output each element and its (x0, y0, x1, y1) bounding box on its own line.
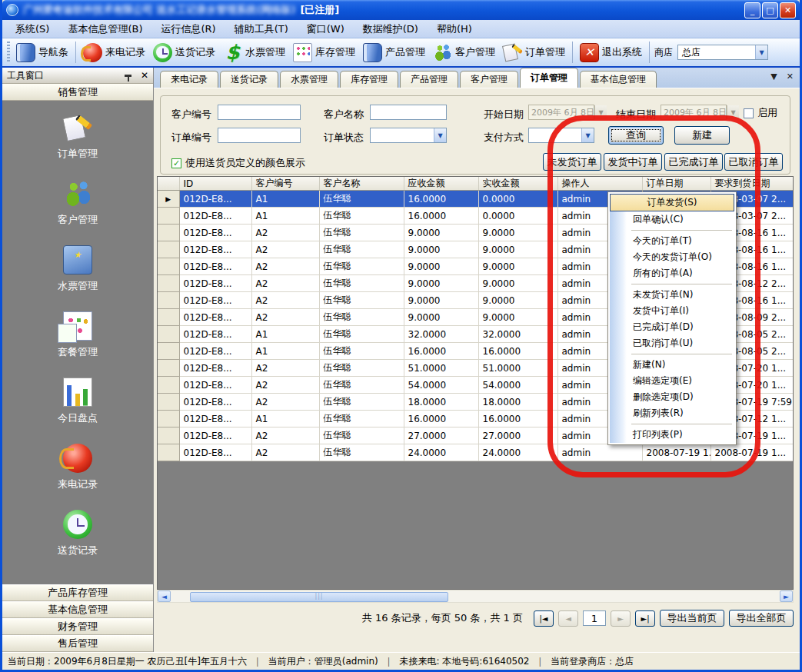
toolbar-call-records[interactable]: 来电记录 (79, 42, 149, 64)
end-date-picker[interactable]: 2009年 6月 8日 ▼ (661, 105, 727, 120)
table-row[interactable]: 012D-E8...A2伍华聪24.000024.0000admin2008-0… (158, 444, 793, 461)
ctx-refresh-list[interactable]: 刷新列表(R) (610, 405, 734, 421)
column-header-1[interactable]: 客户编号 (251, 177, 319, 191)
sidebar-section-finance[interactable]: 财务管理 (2, 618, 153, 635)
ctx-delete-selected[interactable]: 删除选定项(D) (610, 389, 734, 405)
row-selector-cell[interactable] (158, 326, 179, 343)
sidebar-section-product-inventory[interactable]: 产品库存管理 (2, 584, 153, 601)
sidebar-item-delivery-records[interactable]: 送货记录 (58, 510, 98, 557)
pin-icon[interactable] (125, 75, 131, 77)
ctx-ship-order[interactable]: 订单发货(S) (610, 194, 734, 211)
ctx-edit-selected[interactable]: 编辑选定项(E) (610, 373, 734, 389)
row-selector-cell[interactable] (158, 444, 179, 461)
first-page-button[interactable]: |◄ (534, 610, 554, 627)
shop-combobox[interactable]: 总店 ▼ (677, 45, 768, 60)
row-selector-cell[interactable] (158, 208, 179, 225)
tab-call-records[interactable]: 来电记录 (160, 71, 218, 88)
last-page-button[interactable]: ►| (635, 610, 655, 627)
menu-help[interactable]: 帮助(H) (428, 20, 481, 38)
row-selector-cell[interactable] (158, 394, 179, 411)
tab-delivery-records[interactable]: 送货记录 (220, 71, 278, 88)
chevron-down-icon[interactable]: ▼ (581, 128, 594, 142)
menu-system[interactable]: 系统(S) (7, 20, 58, 38)
row-selector-cell[interactable] (158, 377, 179, 394)
sidebar-item-order[interactable]: 订单管理 (58, 113, 98, 161)
tab-close-icon[interactable]: ✕ (787, 72, 794, 81)
page-number-input[interactable]: 1 (583, 610, 606, 626)
tab-product[interactable]: 产品管理 (400, 71, 458, 88)
maximize-button[interactable]: □ (762, 2, 778, 18)
sidebar-section-basic-info[interactable]: 基本信息管理 (2, 601, 153, 618)
scroll-left-icon[interactable]: ◄ (158, 590, 171, 602)
sidebar-item-water-ticket[interactable]: 水票管理 (58, 245, 98, 293)
tab-basic-info[interactable]: 基本信息管理 (580, 71, 657, 88)
pay-method-select[interactable]: ▼ (528, 128, 594, 143)
sidebar-item-customer[interactable]: 客户管理 (58, 179, 98, 227)
column-header-2[interactable]: 客户名称 (319, 177, 404, 191)
row-selector-cell[interactable]: ▶ (158, 191, 179, 208)
row-selector-cell[interactable] (158, 343, 179, 360)
ctx-unshipped-orders[interactable]: 未发货订单(N) (610, 287, 734, 303)
toolbar-navbar[interactable]: 导航条 (12, 42, 72, 64)
column-header-7[interactable]: 要求到货日期 (710, 177, 793, 191)
row-selector-cell[interactable] (158, 225, 179, 241)
row-selector-cell[interactable] (158, 411, 179, 427)
row-selector-cell[interactable] (158, 241, 179, 258)
column-header-4[interactable]: 实收金额 (478, 177, 557, 191)
tab-customer[interactable]: 客户管理 (460, 71, 518, 88)
toolbar-grip[interactable] (7, 42, 10, 63)
cancelled-orders-button[interactable]: 已取消订单 (724, 153, 783, 171)
customer-name-input[interactable] (370, 105, 447, 120)
ctx-shipping-orders[interactable]: 发货中订单(I) (610, 303, 734, 319)
color-checkbox[interactable]: ✓ (171, 158, 181, 168)
prev-page-button[interactable]: ◄ (558, 610, 578, 627)
toolbar-order[interactable]: 订单管理 (499, 42, 569, 64)
export-current-page-button[interactable]: 导出当前页 (660, 610, 724, 627)
unshipped-orders-button[interactable]: 未发货订单 (543, 153, 601, 171)
new-button[interactable]: 新建 (674, 126, 730, 145)
row-selector-cell[interactable] (158, 427, 179, 444)
row-selector-cell[interactable] (158, 275, 179, 292)
ctx-all-orders[interactable]: 所有的订单(A) (610, 265, 734, 281)
tab-dropdown-icon[interactable]: ▼ (770, 72, 777, 81)
scroll-right-icon[interactable]: ► (780, 590, 793, 602)
minimize-button[interactable]: _ (744, 2, 760, 18)
toolbar-inventory[interactable]: 库存管理 (289, 42, 359, 64)
menu-aux-tools[interactable]: 辅助工具(T) (226, 20, 297, 38)
sidebar-section-sales[interactable]: 销售管理 (2, 84, 153, 101)
sidebar-item-call-records[interactable]: 来电记录 (58, 444, 98, 491)
ctx-cancelled-orders[interactable]: 已取消订单(U) (610, 335, 734, 351)
shipping-orders-button[interactable]: 发货中订单 (604, 153, 662, 171)
menu-data-maintain[interactable]: 数据维护(D) (354, 20, 427, 38)
sidebar-item-today-check[interactable]: 今日盘点 (58, 378, 98, 425)
horizontal-scrollbar[interactable]: ◄ ► (157, 590, 794, 603)
menu-window[interactable]: 窗口(W) (298, 20, 353, 38)
ctx-today-orders[interactable]: 今天的订单(T) (610, 233, 734, 249)
ctx-print-list[interactable]: 打印列表(P) (610, 427, 734, 443)
toolbar-customer[interactable]: 客户管理 (429, 42, 499, 64)
close-button[interactable]: ✕ (780, 2, 796, 18)
ctx-today-shipped-orders[interactable]: 今天的发货订单(O) (610, 249, 734, 265)
ctx-new[interactable]: 新建(N) (610, 357, 734, 373)
order-status-select[interactable]: ▼ (370, 128, 447, 143)
next-page-button[interactable]: ► (611, 610, 631, 627)
toolbar-product[interactable]: 产品管理 (359, 42, 429, 64)
row-selector-cell[interactable] (158, 292, 179, 309)
enable-checkbox[interactable] (744, 108, 754, 118)
scrollbar-thumb[interactable] (190, 592, 448, 602)
sidebar-section-after-sale[interactable]: 售后管理 (2, 635, 153, 652)
chevron-down-icon[interactable]: ▼ (594, 105, 607, 119)
order-no-input[interactable] (218, 128, 301, 143)
chevron-down-icon[interactable]: ▼ (434, 128, 446, 142)
toolbar-delivery-records[interactable]: 送货记录 (149, 42, 219, 64)
row-selector-cell[interactable] (158, 258, 179, 275)
toolbar-water-ticket[interactable]: 水票管理 (219, 42, 289, 64)
tab-water-ticket[interactable]: 水票管理 (280, 71, 338, 88)
column-header-0[interactable]: ID (179, 177, 251, 191)
column-header-3[interactable]: 应收金额 (404, 177, 478, 191)
column-header-5[interactable]: 操作人 (557, 177, 642, 191)
toolbar-exit[interactable]: 退出系统 (576, 42, 646, 64)
customer-no-input[interactable] (218, 105, 301, 120)
export-all-pages-button[interactable]: 导出全部页 (729, 610, 794, 627)
menu-run-info[interactable]: 运行信息(R) (152, 20, 224, 38)
